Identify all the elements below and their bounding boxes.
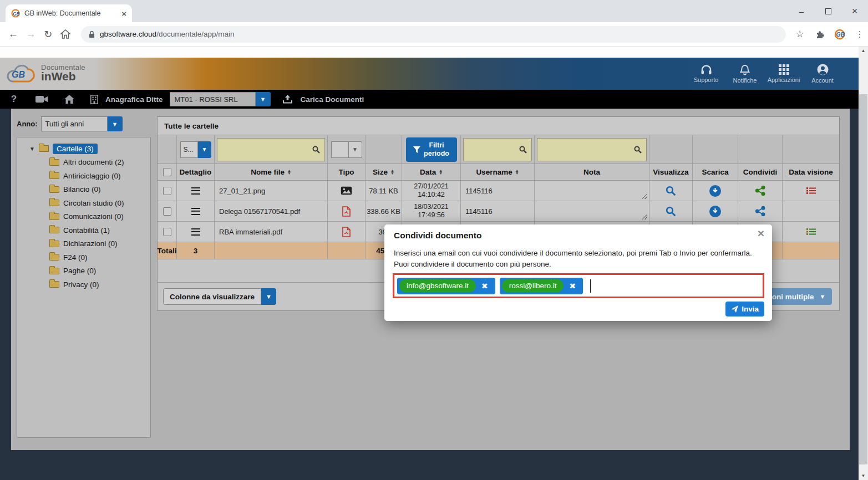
applications-button[interactable]: Applicazioni — [764, 58, 803, 90]
address-bar[interactable]: gbsoftware.cloud/documentale/app/main — [81, 26, 786, 43]
folder-icon — [49, 241, 59, 247]
chevron-down-icon[interactable]: ▼ — [349, 141, 362, 158]
back-icon[interactable]: ← — [4, 28, 22, 40]
window-close-button[interactable]: × — [841, 0, 868, 22]
col-username[interactable]: Username▲▼ — [461, 164, 535, 180]
scroll-down-icon[interactable]: ▼ — [859, 472, 868, 480]
carica-documenti-button[interactable]: Carica Documenti — [301, 95, 364, 104]
tree-item-privacy[interactable]: Privacy (0) — [17, 278, 150, 292]
sort-icon[interactable]: ▲▼ — [515, 170, 519, 175]
row-checkbox[interactable] — [163, 207, 171, 216]
tree-item-f24[interactable]: F24 (0) — [17, 251, 150, 264]
support-label: Supporto — [694, 76, 719, 83]
bookmark-star-icon[interactable]: ☆ — [791, 28, 808, 40]
tree-item-paghe[interactable]: Paghe (0) — [17, 264, 150, 278]
colonne-da-visualizzare-button[interactable]: Colonne da visualizzare ▼ — [163, 288, 276, 305]
filter-data: Filtri periodo — [402, 135, 461, 164]
tree-item-bilancio[interactable]: Bilancio (0) — [17, 183, 150, 197]
download-button[interactable] — [693, 201, 738, 221]
company-select[interactable]: MT01 - ROSSI SRL ▼ — [170, 92, 271, 106]
detail-button[interactable] — [177, 222, 215, 242]
remove-chip-icon[interactable]: ✖ — [481, 282, 488, 290]
file-type-pdf-icon — [328, 201, 366, 221]
row-checkbox[interactable] — [163, 228, 171, 236]
window-maximize-button[interactable] — [815, 0, 841, 22]
col-data[interactable]: Data▲▼ — [402, 164, 461, 180]
panel-title: Tutte le cartelle — [158, 117, 839, 135]
col-size[interactable]: Size▲▼ — [366, 164, 402, 180]
nome-file-search-input[interactable] — [217, 138, 325, 161]
dettaglio-select-value: S... — [180, 141, 198, 158]
sort-icon[interactable]: ▲▼ — [390, 170, 394, 175]
tree-item-dichiarazioni[interactable]: Dichiarazioni (0) — [17, 237, 150, 251]
data-visione-button[interactable] — [783, 222, 839, 242]
window-minimize-button[interactable]: – — [788, 0, 815, 22]
search-icon — [519, 146, 527, 154]
row-checkbox[interactable] — [163, 187, 171, 195]
totals-count: 3 — [177, 242, 215, 259]
chevron-down-icon[interactable]: ▼ — [108, 116, 123, 131]
anno-select[interactable]: Tutti gli anni ▼ — [41, 116, 123, 131]
tree-item-antiriciclaggio[interactable]: Antiriciclaggio (0) — [17, 169, 150, 183]
tree-item-contabilita[interactable]: Contabilità (1) — [17, 223, 150, 237]
chevron-down-icon[interactable]: ▼ — [198, 141, 211, 158]
browser-menu-icon[interactable]: ⋮ — [851, 29, 868, 39]
nota-textarea[interactable] — [535, 181, 649, 201]
filter-username — [461, 135, 535, 164]
view-button[interactable] — [649, 201, 693, 221]
filter-size — [366, 135, 402, 164]
chevron-down-icon[interactable]: ▼ — [261, 288, 276, 305]
scroll-up-icon[interactable]: ▲ — [859, 47, 868, 55]
extensions-puzzle-icon[interactable] — [811, 29, 828, 39]
username-search-input[interactable] — [463, 138, 532, 161]
browser-tab[interactable]: GB GB inWeb: Documentale × — [6, 4, 132, 22]
tab-close-icon[interactable]: × — [121, 9, 126, 18]
sort-icon[interactable]: ▲▼ — [287, 170, 291, 175]
detail-button[interactable] — [177, 201, 215, 221]
app-home-button[interactable] — [55, 95, 83, 104]
tree-item-label: Comunicazioni (0) — [63, 212, 124, 221]
tree-item-comunicazioni[interactable]: Comunicazioni (0) — [17, 210, 150, 224]
help-button[interactable]: ? — [0, 94, 28, 105]
tipo-select[interactable]: ▼ — [331, 141, 362, 158]
home-icon[interactable] — [57, 29, 75, 39]
tree-root-cartelle[interactable]: ▼ Cartelle (3) — [17, 142, 150, 156]
data-visione-button[interactable] — [783, 181, 839, 201]
filtri-periodo-button[interactable]: Filtri periodo — [406, 137, 457, 162]
page-scrollbar[interactable]: ▲ ▼ — [859, 47, 868, 480]
tree-item-circolari-studio[interactable]: Circolari studio (0) — [17, 196, 150, 210]
support-button[interactable]: Supporto — [687, 58, 725, 90]
nota-search-input[interactable] — [537, 138, 647, 161]
share-button[interactable] — [738, 201, 783, 221]
select-all-checkbox[interactable] — [163, 168, 171, 176]
detail-button[interactable] — [177, 181, 215, 201]
anagrafica-ditte-button[interactable]: Anagrafica Ditte — [105, 95, 163, 104]
scrollbar-thumb[interactable] — [859, 94, 867, 464]
reload-icon[interactable]: ↻ — [39, 28, 57, 40]
nota-textarea[interactable] — [535, 201, 649, 221]
share-button[interactable] — [738, 181, 783, 201]
chevron-down-icon[interactable]: ▼ — [256, 92, 271, 106]
video-button[interactable] — [28, 95, 55, 103]
email-chips-input[interactable]: info@gbsoftware.it ✖ rossi@libero.it ✖ — [393, 273, 764, 298]
view-button[interactable] — [649, 181, 693, 201]
col-nome-file[interactable]: Nome file▲▼ — [215, 164, 328, 180]
account-button[interactable]: Account — [803, 58, 842, 90]
tipo-select-value — [331, 141, 349, 158]
email-chip: rossi@libero.it ✖ — [500, 278, 583, 294]
notifications-button[interactable]: Notifiche — [725, 58, 764, 90]
gb-extension-icon[interactable]: GB — [831, 29, 848, 40]
grid-icon — [779, 64, 789, 75]
modal-close-icon[interactable]: × — [758, 227, 764, 240]
tree-item-altri-documenti[interactable]: Altri documenti (2) — [17, 156, 150, 170]
caret-down-icon[interactable]: ▼ — [29, 146, 35, 152]
forward-icon[interactable]: → — [22, 28, 40, 40]
tree-item-label: Contabilità (1) — [63, 226, 110, 234]
sort-icon[interactable]: ▲▼ — [439, 170, 443, 175]
remove-chip-icon[interactable]: ✖ — [569, 282, 576, 290]
download-button[interactable] — [693, 181, 738, 201]
invia-button[interactable]: Invia — [725, 302, 764, 316]
email-chip: info@gbsoftware.it ✖ — [397, 278, 495, 294]
folder-tree: ▼ Cartelle (3) Altri documenti (2) Antir… — [17, 137, 151, 438]
dettaglio-select[interactable]: S... ▼ — [180, 141, 211, 158]
